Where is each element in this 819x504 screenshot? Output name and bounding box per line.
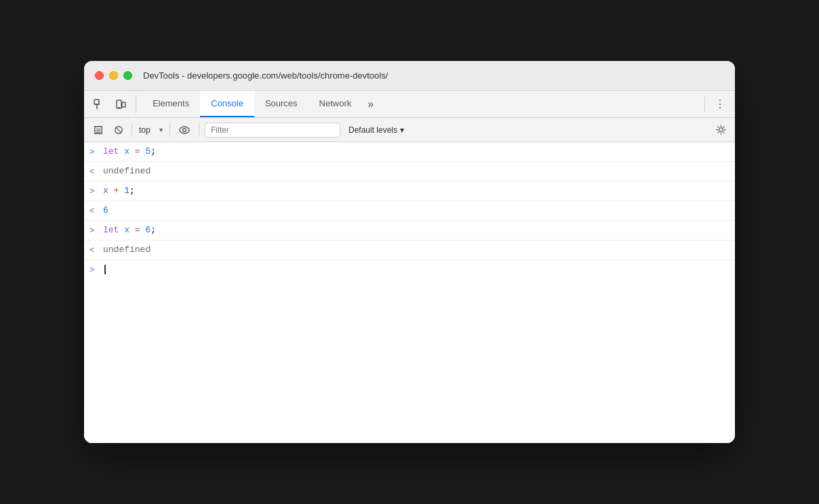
default-levels-arrow-icon: ▾ (400, 125, 404, 135)
toolbar-divider-1 (132, 123, 132, 137)
traffic-lights (95, 71, 132, 80)
tab-console[interactable]: Console (200, 91, 254, 117)
console-arrow: < (89, 205, 98, 217)
console-output[interactable]: > let x = 5; < undefined > x + 1; < 6 > … (84, 142, 735, 443)
console-toolbar: top ▾ Default levels ▾ (84, 118, 735, 142)
console-row: > let x = 6; (84, 221, 735, 240)
tab-bar: Elements Console Sources Network » ⋮ (84, 91, 735, 118)
console-arrow: < (89, 166, 98, 178)
console-row: > let x = 5; (84, 142, 735, 162)
tab-bar-divider (704, 96, 705, 112)
context-selector[interactable]: top (136, 121, 164, 139)
tabs-list: Elements Console Sources Network » (142, 91, 702, 117)
console-cursor (104, 265, 106, 274)
toolbar-divider-3 (199, 123, 199, 137)
svg-line-11 (116, 127, 122, 133)
tab-icons (89, 95, 136, 114)
default-levels-button[interactable]: Default levels ▾ (343, 121, 410, 139)
tab-network[interactable]: Network (308, 91, 363, 117)
log-eye-button[interactable] (176, 121, 193, 139)
default-levels-label: Default levels (348, 125, 397, 135)
devtools-menu-button[interactable]: ⋮ (711, 95, 730, 114)
tab-elements[interactable]: Elements (142, 91, 200, 117)
svg-point-12 (180, 127, 189, 133)
svg-point-13 (183, 128, 186, 131)
svg-rect-0 (94, 100, 99, 104)
minimize-button[interactable] (109, 71, 118, 80)
toolbar-divider-2 (169, 123, 170, 137)
maximize-button[interactable] (123, 71, 132, 80)
svg-point-14 (719, 128, 723, 132)
close-button[interactable] (95, 71, 104, 80)
svg-rect-4 (122, 102, 125, 107)
window-title: DevTools - developers.google.com/web/too… (143, 70, 388, 81)
context-selector-wrapper: top ▾ (136, 121, 164, 139)
console-row: < 6 (84, 201, 735, 221)
devtools-panel: Elements Console Sources Network » ⋮ (84, 91, 735, 443)
console-code: undefined (103, 165, 730, 178)
title-bar: DevTools - developers.google.com/web/too… (84, 61, 735, 91)
clear-console-button[interactable] (89, 121, 107, 139)
console-settings-button[interactable] (712, 121, 730, 139)
tab-bar-right: ⋮ (702, 95, 730, 114)
more-tabs-button[interactable]: » (362, 91, 379, 117)
console-row: > x + 1; (84, 182, 735, 201)
tab-sources[interactable]: Sources (254, 91, 308, 117)
console-arrow: > (89, 146, 98, 159)
console-code: let x = 5; (103, 145, 730, 159)
console-arrow: > (89, 225, 98, 237)
console-arrow: > (89, 186, 98, 198)
console-code: let x = 6; (103, 224, 730, 237)
console-row: < undefined (84, 162, 735, 182)
console-row: < undefined (84, 240, 735, 260)
console-code: undefined (103, 243, 730, 257)
devtools-window: DevTools - developers.google.com/web/too… (84, 61, 735, 443)
console-code: x + 1; (103, 184, 730, 198)
filter-input[interactable] (205, 123, 340, 138)
console-arrow: < (89, 245, 98, 257)
console-code: 6 (103, 204, 730, 217)
inspect-element-icon[interactable] (89, 95, 108, 114)
console-input-arrow: > (89, 266, 98, 275)
block-requests-button[interactable] (110, 121, 127, 139)
console-input-line[interactable]: > (84, 260, 735, 279)
device-toolbar-icon[interactable] (111, 95, 130, 114)
